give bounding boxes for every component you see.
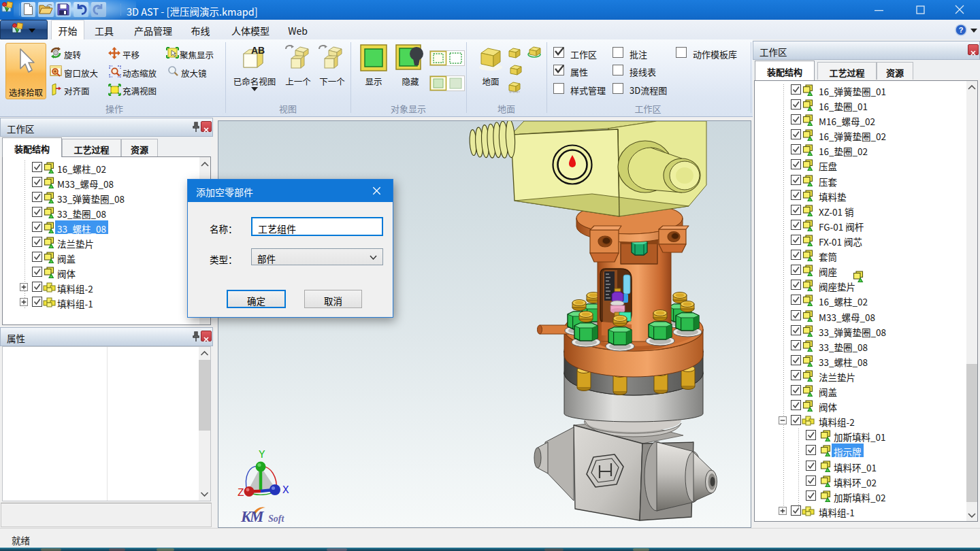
svg-text:?: ? xyxy=(959,26,964,34)
svg-text:X: X xyxy=(282,484,289,497)
svg-text:AB: AB xyxy=(251,45,265,56)
svg-text:Z: Z xyxy=(238,487,244,499)
svg-text:Soft: Soft xyxy=(268,514,284,524)
svg-text:M: M xyxy=(249,508,265,525)
svg-text:Y: Y xyxy=(259,449,265,461)
